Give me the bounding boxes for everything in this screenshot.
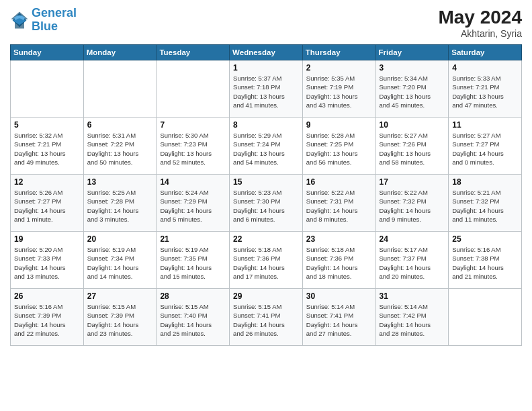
day-number: 31 bbox=[380, 291, 445, 301]
day-info: Sunrise: 5:26 AM Sunset: 7:27 PM Dayligh… bbox=[14, 188, 80, 224]
day-info: Sunrise: 5:14 AM Sunset: 7:41 PM Dayligh… bbox=[306, 302, 372, 338]
logo-text: General Blue bbox=[32, 7, 77, 34]
calendar-cell: 10Sunrise: 5:27 AM Sunset: 7:26 PM Dayli… bbox=[375, 118, 449, 175]
calendar-cell: 29Sunrise: 5:15 AM Sunset: 7:41 PM Dayli… bbox=[230, 289, 303, 346]
day-info: Sunrise: 5:16 AM Sunset: 7:39 PM Dayligh… bbox=[14, 302, 80, 338]
day-number: 2 bbox=[306, 63, 372, 73]
week-row-5: 26Sunrise: 5:16 AM Sunset: 7:39 PM Dayli… bbox=[11, 289, 522, 346]
day-info: Sunrise: 5:15 AM Sunset: 7:39 PM Dayligh… bbox=[87, 302, 153, 338]
calendar-cell bbox=[157, 60, 230, 118]
day-number: 1 bbox=[233, 63, 299, 73]
day-number: 5 bbox=[14, 120, 80, 130]
day-number: 8 bbox=[233, 120, 299, 130]
day-number: 18 bbox=[452, 177, 518, 187]
calendar-cell: 3Sunrise: 5:34 AM Sunset: 7:20 PM Daylig… bbox=[375, 60, 449, 118]
calendar-cell: 28Sunrise: 5:15 AM Sunset: 7:40 PM Dayli… bbox=[157, 289, 230, 346]
day-number: 15 bbox=[233, 177, 299, 187]
calendar-cell: 4Sunrise: 5:33 AM Sunset: 7:21 PM Daylig… bbox=[449, 60, 522, 118]
weekday-header-sunday: Sunday bbox=[11, 45, 84, 60]
calendar-cell bbox=[11, 60, 84, 118]
calendar-cell: 17Sunrise: 5:22 AM Sunset: 7:32 PM Dayli… bbox=[375, 175, 449, 232]
week-row-1: 1Sunrise: 5:37 AM Sunset: 7:18 PM Daylig… bbox=[11, 60, 522, 118]
day-number: 30 bbox=[306, 291, 372, 301]
location: Akhtarin, Syria bbox=[438, 28, 522, 39]
day-info: Sunrise: 5:21 AM Sunset: 7:32 PM Dayligh… bbox=[452, 188, 518, 224]
day-number: 25 bbox=[452, 234, 518, 244]
day-info: Sunrise: 5:19 AM Sunset: 7:35 PM Dayligh… bbox=[160, 245, 226, 281]
day-number: 12 bbox=[14, 177, 80, 187]
calendar-cell: 22Sunrise: 5:18 AM Sunset: 7:36 PM Dayli… bbox=[230, 232, 303, 289]
day-number: 3 bbox=[380, 63, 445, 73]
day-info: Sunrise: 5:34 AM Sunset: 7:20 PM Dayligh… bbox=[380, 74, 445, 109]
day-info: Sunrise: 5:19 AM Sunset: 7:34 PM Dayligh… bbox=[87, 245, 153, 281]
calendar-cell: 1Sunrise: 5:37 AM Sunset: 7:18 PM Daylig… bbox=[230, 60, 303, 118]
calendar-cell: 5Sunrise: 5:32 AM Sunset: 7:21 PM Daylig… bbox=[11, 118, 84, 175]
calendar-cell: 8Sunrise: 5:29 AM Sunset: 7:24 PM Daylig… bbox=[230, 118, 303, 175]
day-info: Sunrise: 5:30 AM Sunset: 7:23 PM Dayligh… bbox=[160, 131, 226, 167]
day-number: 4 bbox=[452, 63, 518, 73]
calendar-cell: 24Sunrise: 5:17 AM Sunset: 7:37 PM Dayli… bbox=[375, 232, 449, 289]
logo: General Blue bbox=[10, 7, 77, 34]
month-year: May 2024 bbox=[438, 7, 522, 28]
day-number: 6 bbox=[87, 120, 153, 130]
day-info: Sunrise: 5:17 AM Sunset: 7:37 PM Dayligh… bbox=[380, 245, 445, 281]
weekday-header-row: SundayMondayTuesdayWednesdayThursdayFrid… bbox=[11, 45, 522, 60]
day-info: Sunrise: 5:24 AM Sunset: 7:29 PM Dayligh… bbox=[160, 188, 226, 224]
day-number: 26 bbox=[14, 291, 80, 301]
calendar-cell: 16Sunrise: 5:22 AM Sunset: 7:31 PM Dayli… bbox=[302, 175, 375, 232]
weekday-header-friday: Friday bbox=[375, 45, 449, 60]
day-info: Sunrise: 5:22 AM Sunset: 7:31 PM Dayligh… bbox=[306, 188, 372, 224]
calendar-cell: 14Sunrise: 5:24 AM Sunset: 7:29 PM Dayli… bbox=[157, 175, 230, 232]
weekday-header-thursday: Thursday bbox=[302, 45, 375, 60]
day-info: Sunrise: 5:25 AM Sunset: 7:28 PM Dayligh… bbox=[87, 188, 153, 224]
day-info: Sunrise: 5:15 AM Sunset: 7:41 PM Dayligh… bbox=[233, 302, 299, 338]
calendar-cell: 26Sunrise: 5:16 AM Sunset: 7:39 PM Dayli… bbox=[11, 289, 84, 346]
calendar-cell: 31Sunrise: 5:14 AM Sunset: 7:42 PM Dayli… bbox=[375, 289, 449, 346]
calendar-cell: 2Sunrise: 5:35 AM Sunset: 7:19 PM Daylig… bbox=[302, 60, 375, 118]
day-info: Sunrise: 5:27 AM Sunset: 7:26 PM Dayligh… bbox=[380, 131, 445, 167]
day-number: 27 bbox=[87, 291, 153, 301]
logo-line2: Blue bbox=[32, 19, 58, 33]
week-row-3: 12Sunrise: 5:26 AM Sunset: 7:27 PM Dayli… bbox=[11, 175, 522, 232]
day-number: 13 bbox=[87, 177, 153, 187]
calendar-cell: 20Sunrise: 5:19 AM Sunset: 7:34 PM Dayli… bbox=[83, 232, 157, 289]
calendar-cell: 15Sunrise: 5:23 AM Sunset: 7:30 PM Dayli… bbox=[230, 175, 303, 232]
day-number: 9 bbox=[306, 120, 372, 130]
calendar-container: General Blue May 2024 Akhtarin, Syria Su… bbox=[0, 0, 532, 353]
day-number: 19 bbox=[14, 234, 80, 244]
week-row-4: 19Sunrise: 5:20 AM Sunset: 7:33 PM Dayli… bbox=[11, 232, 522, 289]
day-info: Sunrise: 5:16 AM Sunset: 7:38 PM Dayligh… bbox=[452, 245, 518, 281]
logo-icon bbox=[10, 11, 29, 30]
day-number: 29 bbox=[233, 291, 299, 301]
day-number: 28 bbox=[160, 291, 226, 301]
weekday-header-wednesday: Wednesday bbox=[230, 45, 303, 60]
day-info: Sunrise: 5:29 AM Sunset: 7:24 PM Dayligh… bbox=[233, 131, 299, 167]
day-info: Sunrise: 5:15 AM Sunset: 7:40 PM Dayligh… bbox=[160, 302, 226, 338]
day-number: 17 bbox=[380, 177, 445, 187]
calendar-cell: 12Sunrise: 5:26 AM Sunset: 7:27 PM Dayli… bbox=[11, 175, 84, 232]
day-info: Sunrise: 5:32 AM Sunset: 7:21 PM Dayligh… bbox=[14, 131, 80, 167]
calendar-cell bbox=[83, 60, 157, 118]
day-info: Sunrise: 5:27 AM Sunset: 7:27 PM Dayligh… bbox=[452, 131, 518, 167]
calendar-cell bbox=[449, 289, 522, 346]
day-number: 22 bbox=[233, 234, 299, 244]
weekday-header-tuesday: Tuesday bbox=[157, 45, 230, 60]
calendar-table: SundayMondayTuesdayWednesdayThursdayFrid… bbox=[10, 44, 522, 346]
day-number: 21 bbox=[160, 234, 226, 244]
day-number: 14 bbox=[160, 177, 226, 187]
day-info: Sunrise: 5:31 AM Sunset: 7:22 PM Dayligh… bbox=[87, 131, 153, 167]
day-number: 7 bbox=[160, 120, 226, 130]
calendar-cell: 7Sunrise: 5:30 AM Sunset: 7:23 PM Daylig… bbox=[157, 118, 230, 175]
calendar-cell: 19Sunrise: 5:20 AM Sunset: 7:33 PM Dayli… bbox=[11, 232, 84, 289]
day-number: 11 bbox=[452, 120, 518, 130]
calendar-cell: 23Sunrise: 5:18 AM Sunset: 7:36 PM Dayli… bbox=[302, 232, 375, 289]
day-number: 24 bbox=[380, 234, 445, 244]
day-info: Sunrise: 5:28 AM Sunset: 7:25 PM Dayligh… bbox=[306, 131, 372, 167]
calendar-cell: 18Sunrise: 5:21 AM Sunset: 7:32 PM Dayli… bbox=[449, 175, 522, 232]
weekday-header-monday: Monday bbox=[83, 45, 157, 60]
calendar-cell: 11Sunrise: 5:27 AM Sunset: 7:27 PM Dayli… bbox=[449, 118, 522, 175]
day-info: Sunrise: 5:14 AM Sunset: 7:42 PM Dayligh… bbox=[380, 302, 445, 338]
title-block: May 2024 Akhtarin, Syria bbox=[438, 7, 522, 39]
day-info: Sunrise: 5:23 AM Sunset: 7:30 PM Dayligh… bbox=[233, 188, 299, 224]
calendar-cell: 30Sunrise: 5:14 AM Sunset: 7:41 PM Dayli… bbox=[302, 289, 375, 346]
